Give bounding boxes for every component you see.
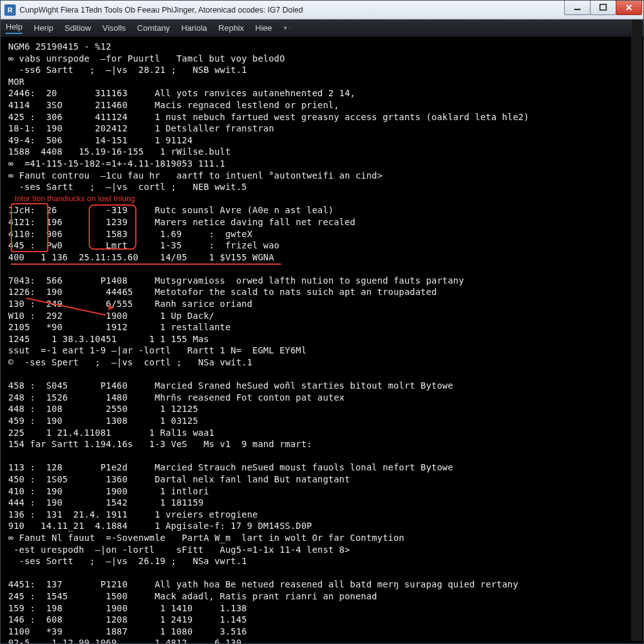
menu-help[interactable]: Help <box>6 22 23 34</box>
menu-visolls[interactable]: Visolls <box>103 23 126 33</box>
maximize-button[interactable] <box>590 1 616 15</box>
menu-hariola[interactable]: Hariola <box>181 23 207 33</box>
minimize-button[interactable] <box>564 1 591 15</box>
menu-sditiow[interactable]: Sditiow <box>65 23 91 33</box>
app-icon: R <box>4 4 16 16</box>
window-title: CunpWight Flera 1Tedn Tools Ob Feeau Phi… <box>19 6 565 14</box>
menubar: Help Herip Sditiow Visolls Comtany Hario… <box>1 19 643 37</box>
menu-hiee[interactable]: Hiee <box>255 23 272 33</box>
menu-rephix[interactable]: Rephix <box>218 23 243 33</box>
window-controls <box>565 1 642 19</box>
menu-overflow-icon[interactable]: ▾ · <box>284 24 291 32</box>
app-window: R CunpWight Flera 1Tedn Tools Ob Feeau P… <box>0 0 644 644</box>
menu-herip[interactable]: Herip <box>34 23 53 33</box>
titlebar: R CunpWight Flera 1Tedn Tools Ob Feeau P… <box>1 1 643 19</box>
close-icon <box>625 3 633 12</box>
close-button[interactable] <box>616 1 642 15</box>
svg-rect-0 <box>574 9 580 10</box>
annotation-label: Intor tion thandiucks on lowl Inlung <box>14 194 135 203</box>
svg-rect-1 <box>600 4 606 10</box>
menu-comtany[interactable]: Comtany <box>137 23 170 33</box>
minimize-icon <box>573 3 582 12</box>
terminal-output[interactable]: NGM6 25190415 - %12 ∞ vabs unrspode —for… <box>1 37 643 643</box>
maximize-icon <box>599 3 608 12</box>
scrollbar-track[interactable] <box>631 19 642 641</box>
